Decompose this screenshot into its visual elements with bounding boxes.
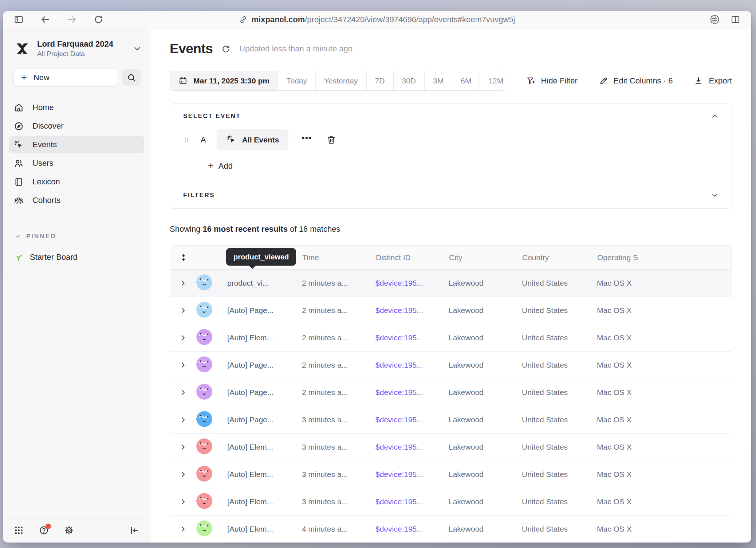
search-button[interactable] xyxy=(122,69,141,86)
cell-city: Lakewood xyxy=(449,497,522,506)
page-title: Events xyxy=(170,41,213,56)
collapse-section-icon[interactable] xyxy=(711,113,718,120)
calendar-icon xyxy=(178,76,188,85)
table-row[interactable]: [Auto] Elem... 3 minutes a... $device:19… xyxy=(170,488,732,516)
page-settings-icon[interactable] xyxy=(710,15,720,24)
cell-os: Mac OS X xyxy=(597,525,670,533)
sidebar-item-events[interactable]: Events xyxy=(9,136,144,153)
table-row[interactable]: [Auto] Page... 2 minutes a... $device:19… xyxy=(170,297,732,324)
date-preset-yesterday[interactable]: Yesterday xyxy=(315,71,366,90)
sidebar-footer xyxy=(3,518,150,542)
expand-row-icon[interactable] xyxy=(180,307,187,314)
cell-country: United States xyxy=(522,306,597,315)
date-preset-3m[interactable]: 3M xyxy=(424,71,452,90)
table-row[interactable]: [Auto] Page... 2 minutes a... $device:19… xyxy=(170,352,732,379)
reload-button-icon[interactable] xyxy=(94,15,103,24)
expand-row-icon[interactable] xyxy=(180,361,187,369)
delete-event-icon[interactable] xyxy=(326,135,336,145)
event-selector-pill[interactable]: All Events xyxy=(217,129,289,150)
date-current-label: Mar 11, 2025 3:30 pm xyxy=(193,77,269,85)
cell-distinct-id-link[interactable]: $device:195... xyxy=(375,361,449,369)
cell-distinct-id-link[interactable]: $device:195... xyxy=(375,525,449,533)
sidebar-item-discover[interactable]: Discover xyxy=(9,117,144,135)
cell-distinct-id-link[interactable]: $device:195... xyxy=(375,415,449,424)
cell-event-name: [Auto] Elem... xyxy=(227,525,302,533)
refresh-icon[interactable] xyxy=(221,44,231,54)
export-button[interactable]: Export xyxy=(694,76,732,86)
table-row[interactable]: [Auto] Elem... 3 minutes a... $device:19… xyxy=(170,434,732,461)
browser-sidebar-toggle-icon[interactable] xyxy=(14,15,24,24)
events-icon xyxy=(227,135,236,145)
table-row[interactable]: [Auto] Elem... 2 minutes a... $device:19… xyxy=(170,324,732,352)
cell-distinct-id-link[interactable]: $device:195... xyxy=(375,279,449,287)
users-icon xyxy=(14,158,24,168)
expand-section-icon[interactable] xyxy=(711,192,718,199)
cell-city: Lakewood xyxy=(449,361,522,369)
edit-columns-button[interactable]: Edit Columns · 6 xyxy=(599,76,673,86)
split-view-icon[interactable] xyxy=(731,15,740,24)
sidebar-item-cohorts[interactable]: Cohorts xyxy=(9,192,144,209)
cell-time: 4 minutes a... xyxy=(302,525,375,533)
expand-row-icon[interactable] xyxy=(180,498,187,505)
cell-time: 2 minutes a... xyxy=(302,333,375,342)
expand-row-icon[interactable] xyxy=(180,334,187,341)
address-bar[interactable]: mixpanel.com/project/3472420/view/397469… xyxy=(239,11,515,28)
cell-event-name: [Auto] Page... xyxy=(227,388,302,397)
pinned-section-header[interactable]: PINNED xyxy=(15,233,150,240)
event-avatar xyxy=(196,493,212,509)
back-button-icon[interactable] xyxy=(40,15,50,24)
cell-event-name: product_vi... xyxy=(227,279,302,287)
cell-distinct-id-link[interactable]: $device:195... xyxy=(375,470,449,479)
hide-filter-button[interactable]: Hide Filter xyxy=(526,76,578,86)
sidebar-item-lexicon[interactable]: Lexicon xyxy=(9,173,144,191)
new-button[interactable]: + New xyxy=(14,69,118,86)
cell-distinct-id-link[interactable]: $device:195... xyxy=(375,333,449,342)
sidebar-item-home[interactable]: Home xyxy=(9,99,144,116)
sidebar-item-users[interactable]: Users xyxy=(9,154,144,172)
apps-grid-icon[interactable] xyxy=(14,525,24,535)
date-current-segment[interactable]: Mar 11, 2025 3:30 pm xyxy=(170,71,278,90)
cell-distinct-id-link[interactable]: $device:195... xyxy=(375,306,449,315)
column-header-distinct-id: Distinct ID xyxy=(376,253,449,262)
cell-distinct-id-link[interactable]: $device:195... xyxy=(375,388,449,397)
settings-gear-icon[interactable] xyxy=(64,525,74,535)
expand-row-icon[interactable] xyxy=(180,416,187,423)
expand-row-icon[interactable] xyxy=(180,471,187,478)
date-preset-12m[interactable]: 12M xyxy=(480,71,505,90)
expand-row-icon[interactable] xyxy=(180,443,187,451)
add-event-button[interactable]: + Add xyxy=(208,161,233,171)
cell-city: Lakewood xyxy=(449,443,522,451)
plus-icon: + xyxy=(21,73,27,82)
cell-distinct-id-link[interactable]: $device:195... xyxy=(375,443,449,451)
events-icon xyxy=(14,140,24,150)
expand-row-icon[interactable] xyxy=(180,389,187,396)
forward-button-icon[interactable] xyxy=(67,15,77,24)
expand-row-icon[interactable] xyxy=(180,279,187,287)
event-options-button[interactable]: ••• xyxy=(302,134,312,146)
table-row[interactable]: [Auto] Elem... 3 minutes a... $device:19… xyxy=(170,461,732,488)
sidebar-item-starter-board[interactable]: Starter Board xyxy=(14,253,150,262)
pencil-icon xyxy=(599,76,608,86)
table-row[interactable]: [Auto] Page... 2 minutes a... $device:19… xyxy=(170,379,732,406)
collapse-sidebar-icon[interactable] xyxy=(129,525,139,535)
table-row[interactable]: [Auto] Elem... 4 minutes a... $device:19… xyxy=(170,516,732,542)
table-row[interactable]: [Auto] Page... 3 minutes a... $device:19… xyxy=(170,406,732,434)
drag-handle-icon[interactable] xyxy=(183,136,190,144)
cell-country: United States xyxy=(522,388,597,397)
collapse-all-rows-icon[interactable] xyxy=(179,253,188,262)
date-preset-7d[interactable]: 7D xyxy=(366,71,393,90)
search-icon xyxy=(127,73,136,82)
pinned-item-label: Starter Board xyxy=(30,253,78,262)
cell-os: Mac OS X xyxy=(597,415,670,424)
cell-country: United States xyxy=(522,279,597,287)
table-row[interactable]: product_vi... 2 minutes a... $device:195… xyxy=(170,270,732,297)
project-switcher[interactable]: Lord Farquaad 2024 All Project Data xyxy=(15,39,141,58)
date-preset-today[interactable]: Today xyxy=(278,71,315,90)
date-preset-6m[interactable]: 6M xyxy=(452,71,480,90)
link-icon xyxy=(239,16,247,24)
cell-city: Lakewood xyxy=(449,279,522,287)
help-button[interactable] xyxy=(39,525,49,535)
cell-distinct-id-link[interactable]: $device:195... xyxy=(375,497,449,506)
expand-row-icon[interactable] xyxy=(180,525,187,533)
date-preset-30d[interactable]: 30D xyxy=(393,71,425,90)
